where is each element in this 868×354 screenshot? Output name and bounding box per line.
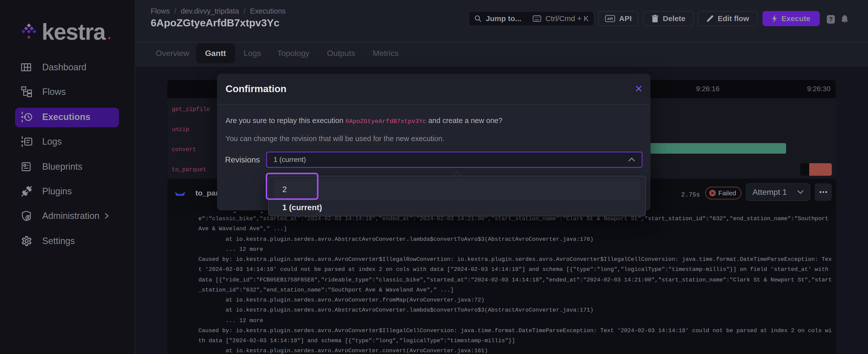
svg-text:API: API (607, 17, 613, 21)
